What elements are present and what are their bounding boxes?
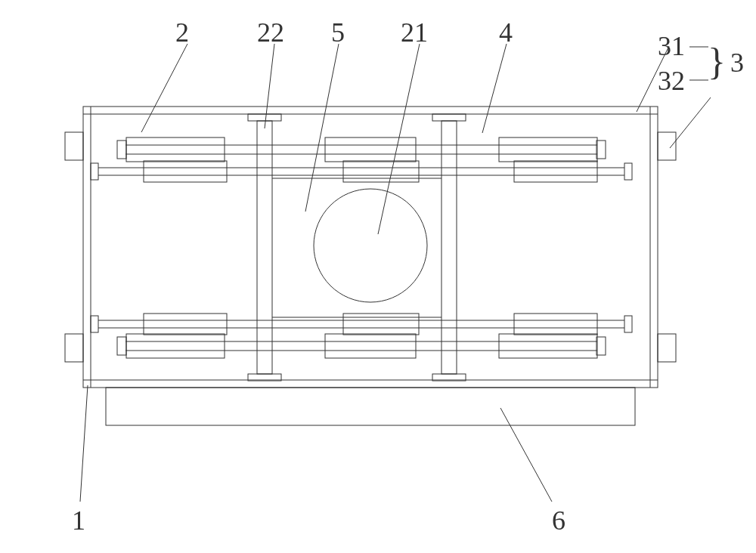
bracket-3: }: [708, 39, 726, 83]
svg-line-50: [378, 44, 420, 234]
label-22: 22: [257, 17, 284, 48]
svg-rect-0: [83, 107, 658, 388]
svg-rect-38: [325, 334, 416, 358]
svg-rect-30: [144, 161, 227, 182]
label-5: 5: [331, 17, 345, 48]
svg-rect-7: [658, 132, 676, 160]
label-3: 3: [730, 47, 744, 79]
svg-rect-25: [499, 137, 597, 162]
label-32: 32: [658, 65, 685, 97]
label-31: 31: [658, 30, 685, 62]
svg-rect-46: [514, 314, 597, 335]
svg-point-18: [314, 189, 427, 302]
svg-rect-32: [514, 161, 597, 182]
svg-line-57: [500, 408, 552, 502]
svg-rect-37: [126, 334, 225, 358]
svg-line-47: [141, 44, 187, 132]
svg-rect-23: [126, 137, 225, 162]
svg-line-48: [265, 44, 274, 128]
svg-rect-43: [624, 316, 632, 332]
svg-rect-21: [117, 141, 126, 159]
svg-rect-42: [91, 316, 98, 332]
svg-rect-35: [117, 337, 126, 355]
label-4: 4: [499, 17, 513, 48]
svg-rect-39: [499, 334, 597, 358]
svg-rect-6: [65, 334, 83, 362]
svg-line-56: [80, 385, 88, 502]
svg-rect-24: [325, 137, 416, 162]
svg-rect-28: [91, 163, 98, 180]
svg-rect-31: [343, 161, 419, 182]
svg-rect-9: [106, 388, 635, 425]
svg-rect-29: [624, 163, 632, 180]
svg-rect-10: [257, 121, 272, 374]
label-6: 6: [552, 505, 565, 536]
svg-line-49: [305, 44, 339, 212]
svg-line-53: [670, 97, 711, 148]
svg-rect-22: [596, 141, 606, 159]
svg-rect-5: [65, 132, 83, 160]
svg-line-51: [482, 44, 507, 133]
svg-rect-8: [658, 334, 676, 362]
label-21: 21: [401, 17, 428, 48]
svg-rect-44: [144, 314, 227, 335]
svg-rect-45: [343, 314, 419, 335]
svg-rect-13: [442, 121, 457, 374]
svg-rect-14: [432, 114, 466, 121]
label-2: 2: [175, 17, 189, 48]
svg-rect-36: [596, 337, 606, 355]
svg-rect-11: [248, 114, 281, 121]
technical-drawing: [0, 0, 756, 553]
label-1: 1: [72, 505, 85, 536]
